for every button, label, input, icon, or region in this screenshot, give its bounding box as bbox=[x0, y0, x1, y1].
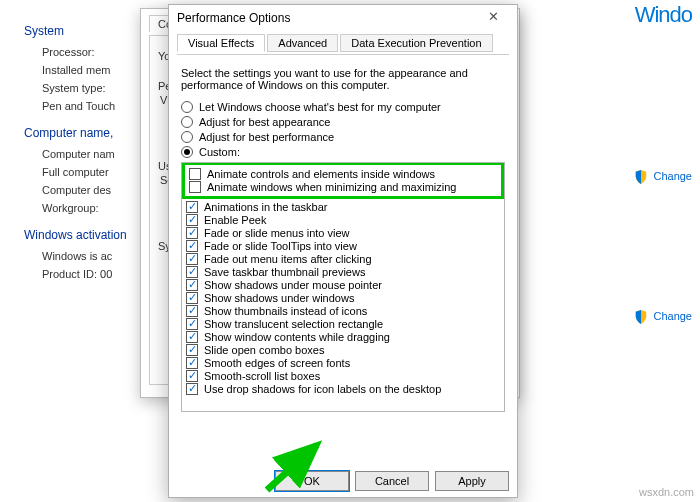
cancel-button[interactable]: Cancel bbox=[355, 471, 429, 491]
checkbox-label: Show translucent selection rectangle bbox=[204, 318, 383, 330]
checkbox-save-thumbnails[interactable] bbox=[186, 266, 198, 278]
intro-text: Select the settings you want to use for … bbox=[181, 67, 505, 91]
checkbox-label: Use drop shadows for icon labels on the … bbox=[204, 383, 441, 395]
checkbox-label: Smooth-scroll list boxes bbox=[204, 370, 320, 382]
change-link-text[interactable]: Change bbox=[653, 170, 692, 182]
checkbox-label: Animate controls and elements inside win… bbox=[207, 168, 435, 180]
checkbox-thumbnails-icons[interactable] bbox=[186, 305, 198, 317]
checkbox-enable-peek[interactable] bbox=[186, 214, 198, 226]
checkbox-label: Show shadows under mouse pointer bbox=[204, 279, 382, 291]
change-link-text[interactable]: Change bbox=[653, 310, 692, 322]
radio-best-performance[interactable] bbox=[181, 131, 193, 143]
checkbox-label: Fade or slide ToolTips into view bbox=[204, 240, 357, 252]
radio-label: Adjust for best appearance bbox=[199, 116, 330, 128]
checkbox-label: Show shadows under windows bbox=[204, 292, 354, 304]
shield-icon bbox=[634, 170, 648, 184]
checkbox-smooth-scroll[interactable] bbox=[186, 370, 198, 382]
checkbox-animations-taskbar[interactable] bbox=[186, 201, 198, 213]
ok-button[interactable]: OK bbox=[275, 471, 349, 491]
checkbox-fade-menus[interactable] bbox=[186, 227, 198, 239]
radio-label: Custom: bbox=[199, 146, 240, 158]
checkbox-label: Show window contents while dragging bbox=[204, 331, 390, 343]
checkbox-fade-tooltips[interactable] bbox=[186, 240, 198, 252]
checkbox-label: Enable Peek bbox=[204, 214, 266, 226]
checkbox-label: Save taskbar thumbnail previews bbox=[204, 266, 365, 278]
checkbox-label: Animate windows when minimizing and maxi… bbox=[207, 181, 456, 193]
change-settings-link-1[interactable]: Change bbox=[634, 170, 692, 184]
tab-advanced[interactable]: Advanced bbox=[267, 34, 338, 52]
radio-label: Let Windows choose what's best for my co… bbox=[199, 101, 441, 113]
radio-let-windows-choose[interactable] bbox=[181, 101, 193, 113]
checkbox-label: Animations in the taskbar bbox=[204, 201, 328, 213]
change-settings-link-2[interactable]: Change bbox=[634, 310, 692, 324]
checkbox-slide-combo[interactable] bbox=[186, 344, 198, 356]
checkbox-translucent-selection[interactable] bbox=[186, 318, 198, 330]
radio-best-appearance[interactable] bbox=[181, 116, 193, 128]
effects-listbox[interactable]: Animate controls and elements inside win… bbox=[181, 162, 505, 412]
checkbox-fade-menu-items[interactable] bbox=[186, 253, 198, 265]
checkbox-label: Show thumbnails instead of icons bbox=[204, 305, 367, 317]
apply-button[interactable]: Apply bbox=[435, 471, 509, 491]
watermark-text: wsxdn.com bbox=[639, 486, 694, 498]
checkbox-label: Fade or slide menus into view bbox=[204, 227, 350, 239]
checkbox-smooth-fonts[interactable] bbox=[186, 357, 198, 369]
annotation-highlight: Animate controls and elements inside win… bbox=[182, 162, 504, 199]
titlebar: Performance Options ✕ bbox=[169, 5, 517, 31]
checkbox-shadows-windows[interactable] bbox=[186, 292, 198, 304]
performance-options-window: Performance Options ✕ Visual Effects Adv… bbox=[168, 4, 518, 498]
button-bar: OK Cancel Apply bbox=[275, 471, 509, 491]
radio-label: Adjust for best performance bbox=[199, 131, 334, 143]
checkbox-label: Slide open combo boxes bbox=[204, 344, 324, 356]
tab-dep[interactable]: Data Execution Prevention bbox=[340, 34, 492, 52]
checkbox-animate-controls[interactable] bbox=[189, 168, 201, 180]
visual-effects-page: Select the settings you want to use for … bbox=[169, 55, 517, 420]
tab-visual-effects[interactable]: Visual Effects bbox=[177, 34, 265, 52]
radio-custom[interactable] bbox=[181, 146, 193, 158]
tabstrip: Visual Effects Advanced Data Execution P… bbox=[177, 33, 509, 55]
shield-icon bbox=[634, 310, 648, 324]
close-button[interactable]: ✕ bbox=[477, 8, 509, 28]
checkbox-label: Smooth edges of screen fonts bbox=[204, 357, 350, 369]
checkbox-drop-shadows-desktop[interactable] bbox=[186, 383, 198, 395]
checkbox-window-contents-drag[interactable] bbox=[186, 331, 198, 343]
window-title: Performance Options bbox=[177, 5, 290, 31]
checkbox-label: Fade out menu items after clicking bbox=[204, 253, 372, 265]
checkbox-shadows-pointer[interactable] bbox=[186, 279, 198, 291]
checkbox-animate-windows[interactable] bbox=[189, 181, 201, 193]
